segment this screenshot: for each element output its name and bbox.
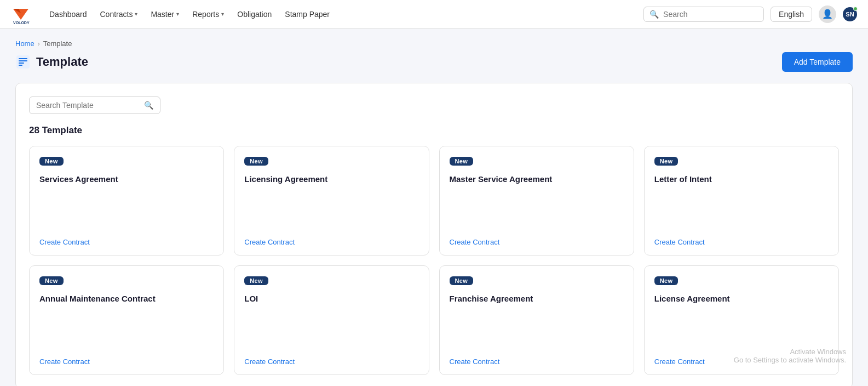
language-button[interactable]: English <box>771 7 812 22</box>
svg-rect-6 <box>19 63 24 64</box>
card-top: New Master Service Agreement <box>450 156 624 185</box>
new-badge: New <box>244 157 268 166</box>
template-search-wrap: 🔍 <box>29 96 839 114</box>
global-search-input[interactable] <box>663 10 758 19</box>
svg-rect-7 <box>19 65 22 66</box>
page-title: Template <box>36 55 88 69</box>
chevron-down-icon: ▾ <box>135 11 137 17</box>
logo[interactable]: VOLODY <box>11 4 31 24</box>
new-badge: New <box>39 157 64 166</box>
navbar: VOLODY Dashboard Contracts ▾ Master ▾ Re… <box>0 0 868 29</box>
navbar-right: 🔍 English 👤 SN <box>643 5 857 23</box>
page-title-wrap: Template <box>15 54 88 70</box>
svg-rect-5 <box>19 60 27 61</box>
global-search-bar[interactable]: 🔍 <box>643 7 764 22</box>
card-bottom: Create Contract <box>654 237 829 246</box>
nav-item-contracts[interactable]: Contracts ▾ <box>95 7 143 22</box>
card-bottom: Create Contract <box>450 237 624 246</box>
new-badge: New <box>450 276 474 285</box>
volody-logo-icon: VOLODY <box>11 4 31 24</box>
template-card[interactable]: New Letter of Intent Create Contract <box>644 146 839 256</box>
add-template-button[interactable]: Add Template <box>782 52 853 72</box>
nav-item-stamp-paper[interactable]: Stamp Paper <box>279 7 335 22</box>
page-header: Template Add Template <box>15 52 853 72</box>
card-bottom: Create Contract <box>450 357 624 366</box>
nav-item-obligation[interactable]: Obligation <box>232 7 277 22</box>
chevron-down-icon: ▾ <box>176 11 179 17</box>
card-top: New Licensing Agreement <box>244 156 418 185</box>
new-badge: New <box>654 276 679 285</box>
create-contract-link[interactable]: Create Contract <box>244 357 295 366</box>
card-title: Annual Maintenance Contract <box>39 293 214 304</box>
search-icon: 🔍 <box>144 101 153 110</box>
nav-item-dashboard[interactable]: Dashboard <box>44 7 93 22</box>
template-card[interactable]: New Annual Maintenance Contract Create C… <box>29 265 224 375</box>
nav-item-master[interactable]: Master ▾ <box>145 7 185 22</box>
card-bottom: Create Contract <box>244 237 418 246</box>
main-content: Home › Template Template Add Template 🔍 <box>0 29 868 386</box>
breadcrumb: Home › Template <box>15 39 853 48</box>
card-title: Licensing Agreement <box>244 173 418 185</box>
create-contract-link[interactable]: Create Contract <box>39 357 90 366</box>
search-icon: 🔍 <box>649 10 659 19</box>
card-top: New License Agreement <box>654 276 829 304</box>
template-card[interactable]: New Franchise Agreement Create Contract <box>439 265 634 375</box>
template-page-icon <box>15 54 31 70</box>
avatar[interactable]: 👤 <box>819 5 836 23</box>
user-icon: 👤 <box>822 9 833 19</box>
create-contract-link[interactable]: Create Contract <box>654 357 705 366</box>
template-search-input[interactable] <box>36 101 140 110</box>
card-title: License Agreement <box>654 293 829 304</box>
card-top: New LOI <box>244 276 418 304</box>
online-indicator <box>853 7 858 11</box>
template-card[interactable]: New Licensing Agreement Create Contract <box>234 146 429 256</box>
card-title: LOI <box>244 293 418 304</box>
new-badge: New <box>654 157 679 166</box>
card-top: New Franchise Agreement <box>450 276 624 304</box>
svg-rect-3 <box>16 55 30 69</box>
svg-text:VOLODY: VOLODY <box>13 21 30 24</box>
card-title: Franchise Agreement <box>450 293 624 304</box>
card-title: Services Agreement <box>39 173 214 185</box>
create-contract-link[interactable]: Create Contract <box>39 238 90 246</box>
breadcrumb-home[interactable]: Home <box>15 39 35 48</box>
template-card[interactable]: New License Agreement Create Contract <box>644 265 839 375</box>
user-initials-badge[interactable]: SN <box>843 7 857 21</box>
card-title: Letter of Intent <box>654 173 829 185</box>
create-contract-link[interactable]: Create Contract <box>244 238 295 246</box>
card-bottom: Create Contract <box>244 357 418 366</box>
template-card[interactable]: New Services Agreement Create Contract <box>29 146 224 256</box>
template-grid: New Services Agreement Create Contract N… <box>29 146 839 375</box>
create-contract-link[interactable]: Create Contract <box>654 238 705 246</box>
new-badge: New <box>244 276 268 285</box>
card-top: New Annual Maintenance Contract <box>39 276 214 304</box>
card-bottom: Create Contract <box>654 357 829 366</box>
svg-marker-0 <box>13 9 28 20</box>
create-contract-link[interactable]: Create Contract <box>450 238 500 246</box>
card-top: New Services Agreement <box>39 156 214 185</box>
new-badge: New <box>450 157 474 166</box>
create-contract-link[interactable]: Create Contract <box>450 357 500 366</box>
breadcrumb-separator: › <box>38 40 40 48</box>
template-card[interactable]: New Master Service Agreement Create Cont… <box>439 146 634 256</box>
template-search-bar[interactable]: 🔍 <box>29 96 160 114</box>
nav-links: Dashboard Contracts ▾ Master ▾ Reports ▾… <box>44 7 643 22</box>
card-top: New Letter of Intent <box>654 156 829 185</box>
svg-rect-4 <box>19 58 27 59</box>
template-card[interactable]: New LOI Create Contract <box>234 265 429 375</box>
chevron-down-icon: ▾ <box>221 11 224 17</box>
card-title: Master Service Agreement <box>450 173 624 185</box>
template-panel: 🔍 28 Template New Services Agreement Cre… <box>15 83 853 386</box>
template-count: 28 Template <box>29 125 839 136</box>
card-bottom: Create Contract <box>39 237 214 246</box>
nav-item-reports[interactable]: Reports ▾ <box>187 7 229 22</box>
breadcrumb-current: Template <box>43 39 72 48</box>
card-bottom: Create Contract <box>39 357 214 366</box>
new-badge: New <box>39 276 64 285</box>
